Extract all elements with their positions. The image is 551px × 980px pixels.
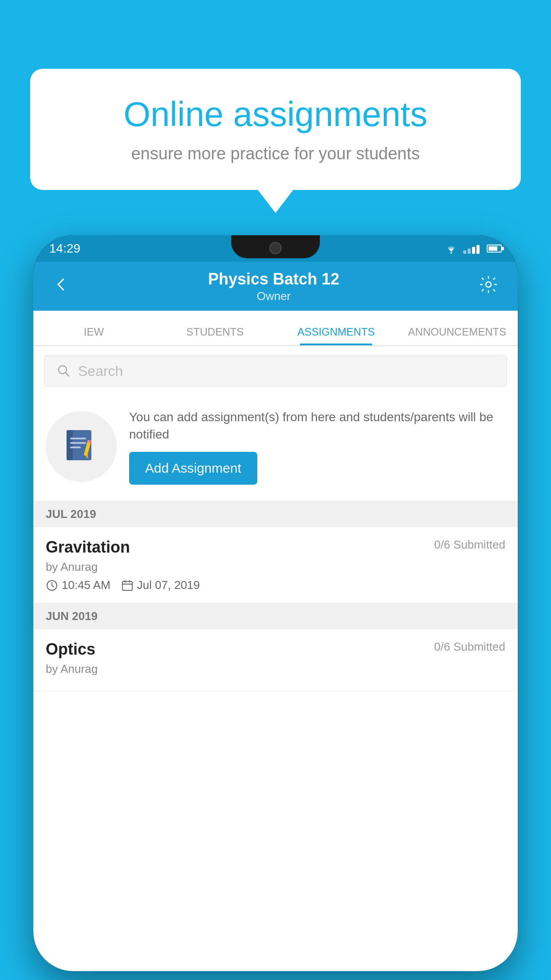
calendar-icon <box>121 579 134 592</box>
time-meta: 10:45 AM <box>46 578 110 592</box>
assignment-meta: 10:45 AM Jul 07, 2019 <box>46 578 505 592</box>
svg-rect-5 <box>70 438 86 439</box>
app-bar-title: Physics Batch 12 <box>72 270 475 288</box>
battery-icon <box>487 245 502 253</box>
info-card: You can add assignment(s) from here and … <box>33 396 518 501</box>
assignment-title-optics: Optics <box>46 640 95 659</box>
tab-students[interactable]: STUDENTS <box>154 326 276 345</box>
app-bar: Physics Batch 12 Owner <box>33 262 518 311</box>
tab-iew[interactable]: IEW <box>33 326 154 345</box>
section-header-jun2019: JUN 2019 <box>33 603 518 629</box>
search-icon <box>57 364 71 378</box>
svg-rect-7 <box>70 447 81 448</box>
svg-point-1 <box>486 282 491 287</box>
front-camera <box>269 242 282 254</box>
assignment-title: Gravitation <box>46 538 130 557</box>
phone-notch <box>231 235 320 258</box>
signal-icon <box>463 243 480 254</box>
add-assignment-button[interactable]: Add Assignment <box>129 452 257 485</box>
phone-content: Search You can add assignment <box>33 346 518 971</box>
status-time: 14:29 <box>49 241 80 256</box>
back-button[interactable] <box>49 272 72 300</box>
bubble-subtitle: ensure more practice for your students <box>61 144 490 163</box>
clock-icon <box>46 579 58 592</box>
info-text: You can add assignment(s) from here and … <box>129 408 505 485</box>
tabs-bar: IEW STUDENTS ASSIGNMENTS ANNOUNCEMENTS <box>33 311 518 346</box>
info-description: You can add assignment(s) from here and … <box>129 408 505 443</box>
svg-rect-6 <box>70 442 86 444</box>
app-bar-subtitle: Owner <box>72 289 475 303</box>
assignment-by: by Anurag <box>46 560 505 574</box>
phone-frame: 14:29 <box>33 235 518 971</box>
speech-bubble: Online assignments ensure more practice … <box>30 69 521 190</box>
settings-button[interactable] <box>475 271 502 302</box>
assignment-item-optics[interactable]: Optics 0/6 Submitted by Anurag <box>33 629 518 692</box>
assignment-top: Gravitation 0/6 Submitted <box>46 538 505 557</box>
section-header-jul2019: JUL 2019 <box>33 501 518 527</box>
tab-announcements[interactable]: ANNOUNCEMENTS <box>397 326 518 345</box>
submitted-badge: 0/6 Submitted <box>434 538 505 552</box>
svg-rect-4 <box>67 430 73 460</box>
notebook-icon <box>61 427 101 466</box>
assignment-item-gravitation[interactable]: Gravitation 0/6 Submitted by Anurag 10:4… <box>33 527 518 603</box>
svg-rect-12 <box>122 581 132 590</box>
assignment-time: 10:45 AM <box>62 578 110 592</box>
assignment-top-optics: Optics 0/6 Submitted <box>46 640 505 659</box>
bubble-title: Online assignments <box>61 95 490 134</box>
search-bar[interactable]: Search <box>44 355 507 387</box>
app-bar-center: Physics Batch 12 Owner <box>72 270 475 303</box>
tab-assignments[interactable]: ASSIGNMENTS <box>276 326 397 345</box>
assignment-by-optics: by Anurag <box>46 662 505 676</box>
assignment-date: Jul 07, 2019 <box>137 578 200 592</box>
wifi-icon <box>445 244 458 253</box>
assignment-icon-circle <box>46 411 117 482</box>
date-meta: Jul 07, 2019 <box>121 578 200 592</box>
submitted-badge-optics: 0/6 Submitted <box>434 640 505 654</box>
svg-point-0 <box>450 252 452 253</box>
search-placeholder: Search <box>78 363 123 379</box>
status-icons <box>445 243 502 254</box>
